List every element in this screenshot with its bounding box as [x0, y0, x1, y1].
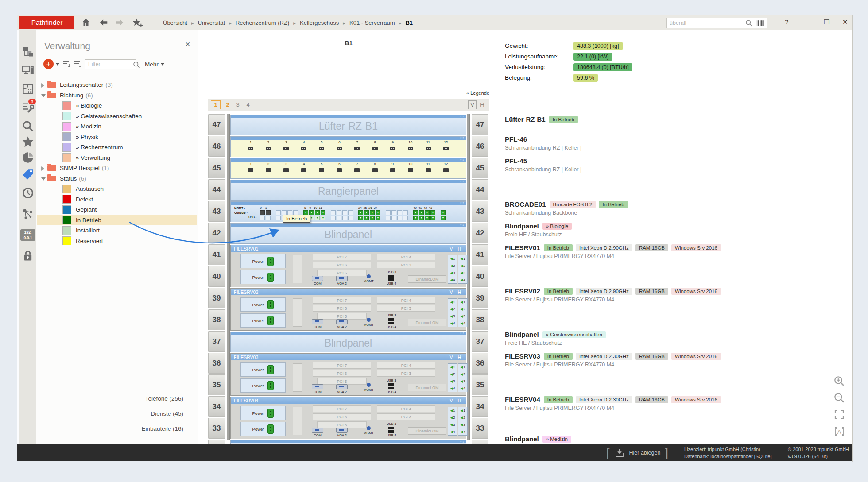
nic-port[interactable]: ◀2 [461, 372, 465, 376]
switch-port[interactable] [260, 216, 265, 220]
nic-port[interactable]: ◀4 [461, 386, 465, 390]
nic-port[interactable]: ◀2 [450, 264, 455, 268]
patch-port[interactable]: 11 [424, 162, 432, 174]
usb-ports[interactable]: USB 3 USB 4 [387, 379, 396, 394]
patch-port[interactable]: 8 [371, 141, 379, 152]
device-entry-name[interactable]: Blindpanel [505, 222, 539, 230]
switch-port[interactable] [397, 210, 402, 215]
tree-item[interactable]: » Geisteswissenschaften [37, 111, 197, 122]
pci-slot[interactable]: PCI 5 [317, 378, 367, 385]
switch-port[interactable] [391, 216, 396, 220]
lom-button[interactable]: DinamicLOM [408, 384, 446, 391]
patch-port[interactable]: 7 [353, 162, 361, 174]
device-entry[interactable]: FILESRV01 In BetriebIntel Xeon D 2.90GHz… [505, 244, 788, 259]
rack-device[interactable]: PFL-45 V H PFL-45 1 2 [230, 158, 466, 179]
device-entry[interactable]: FILESRV03 In BetriebIntel Xeon D 2.30GHz… [505, 352, 788, 368]
switch-port[interactable] [425, 216, 430, 220]
nic-port[interactable]: ◀1 [461, 365, 465, 369]
breadcrumb-item[interactable]: Kellergeschoss [300, 19, 345, 26]
barcode-icon[interactable] [755, 20, 767, 27]
pci-slot[interactable]: PCI 4 [377, 405, 435, 412]
switch-port[interactable] [364, 216, 369, 220]
device-entry-name[interactable]: FILESRV04 [505, 396, 540, 403]
device-entry[interactable]: PFL-46 Schrankanbindung RZ | Keller | [505, 135, 788, 151]
nic-port[interactable]: ◀1 [450, 365, 455, 369]
rack-device[interactable]: Rangierpanel V H Rangierpanel 1 [230, 180, 466, 201]
vga-port[interactable]: VGA 2 [336, 428, 348, 437]
patch-port[interactable]: 12 [442, 162, 450, 174]
patch-port[interactable]: 10 [407, 141, 415, 152]
lom-button[interactable]: DinamicLOM [408, 319, 446, 326]
switch-port[interactable] [348, 210, 353, 215]
back-icon[interactable] [98, 18, 109, 27]
device-entry-name[interactable]: PFL-46 [505, 135, 527, 143]
nic-port[interactable]: ◀4 [461, 278, 465, 282]
switch-port[interactable] [441, 210, 446, 215]
patch-port[interactable]: 10 [407, 162, 415, 174]
pci-slot[interactable]: PCI 4 [377, 362, 435, 369]
workplace-icon[interactable] [22, 64, 34, 77]
device-orientation-label[interactable]: V H [450, 289, 463, 295]
com-port[interactable]: COM [312, 319, 323, 329]
switch-port[interactable] [403, 210, 408, 215]
breadcrumb-item[interactable]: B1 [405, 19, 413, 26]
nic-port[interactable]: ◀4 [461, 430, 465, 434]
rack-device[interactable]: FILESRV03 V H FILESRV03 1 [230, 353, 466, 396]
pci-slot[interactable]: PCI 6 [313, 370, 371, 377]
panel-close-icon[interactable]: ✕ [185, 41, 190, 48]
power-supply-2[interactable]: Power [240, 313, 286, 328]
switch-port[interactable] [358, 210, 363, 215]
nic-port[interactable]: ◀2 [450, 372, 455, 376]
switch-port[interactable] [419, 210, 424, 215]
rack-tab[interactable]: 4 [245, 101, 251, 109]
lom-button[interactable]: DinamicLOM [408, 427, 446, 435]
patch-port[interactable]: 6 [335, 141, 343, 152]
pci-slot[interactable]: PCI 6 [313, 305, 371, 312]
rack-device[interactable]: BROCADE01 V H BROCADE01 1 [230, 201, 466, 222]
nic-port[interactable]: ◀1 [461, 409, 465, 413]
nic-port[interactable]: ◀1 [450, 257, 455, 261]
switch-port[interactable] [315, 216, 320, 220]
device-entry[interactable]: Blindpanel » Medizin [505, 435, 788, 444]
switch-port[interactable] [337, 210, 341, 215]
pci-slot[interactable]: PCI 3 [377, 262, 435, 268]
floorplan-icon[interactable] [22, 83, 34, 95]
patch-port[interactable]: 9 [389, 162, 397, 174]
switch-port[interactable] [413, 216, 418, 220]
device-orientation-label[interactable]: V H [450, 355, 463, 360]
device-entry[interactable]: FILESRV02 In BetriebIntel Xeon D 2.90GHz… [505, 287, 788, 303]
nic-port[interactable]: ◀2 [461, 416, 465, 420]
switch-port[interactable] [370, 210, 375, 215]
nic-port[interactable]: ◀3 [461, 379, 465, 383]
switch-port[interactable] [337, 216, 341, 220]
accordion-section[interactable]: Einbauteile (16) [37, 421, 190, 436]
switch-port[interactable] [315, 210, 320, 215]
pci-slot[interactable]: PCI 7 [313, 362, 371, 369]
help-button[interactable]: ? [785, 18, 788, 26]
switch-port[interactable] [441, 216, 446, 220]
tree-item[interactable]: Defekt [37, 194, 197, 205]
tree-item[interactable]: » Physik [37, 132, 197, 143]
expand-all-icon[interactable] [62, 60, 71, 70]
rack-device[interactable]: FILESRV04 V H FILESRV04 1 [230, 397, 466, 439]
switch-port[interactable] [342, 210, 347, 215]
switch-port[interactable] [266, 210, 271, 215]
device-entry-name[interactable]: FILESRV03 [505, 352, 540, 360]
pci-slot[interactable]: PCI 3 [377, 370, 435, 377]
breadcrumb-item[interactable]: K01 - Serverraum [349, 19, 401, 26]
power-supply-1[interactable]: Power [240, 406, 286, 420]
device-entry-name[interactable]: Lüfter-RZ-B1 [505, 116, 546, 123]
com-port[interactable]: COM [312, 276, 323, 285]
tree-item[interactable]: » Medizin [37, 121, 197, 132]
topology-icon[interactable] [22, 46, 34, 58]
nic-port[interactable]: ◀2 [461, 264, 465, 268]
vga-port[interactable]: VGA 2 [336, 276, 348, 285]
usb-ports[interactable]: USB 3 USB 4 [387, 270, 396, 285]
favorites-icon[interactable] [22, 135, 34, 148]
switch-port[interactable] [358, 216, 363, 220]
patch-port[interactable]: 2 [264, 162, 272, 174]
patch-port[interactable]: 5 [318, 162, 326, 174]
switch-port[interactable] [266, 216, 271, 220]
patch-port[interactable]: 1 [247, 141, 255, 152]
zoom-out-icon[interactable] [832, 389, 847, 406]
